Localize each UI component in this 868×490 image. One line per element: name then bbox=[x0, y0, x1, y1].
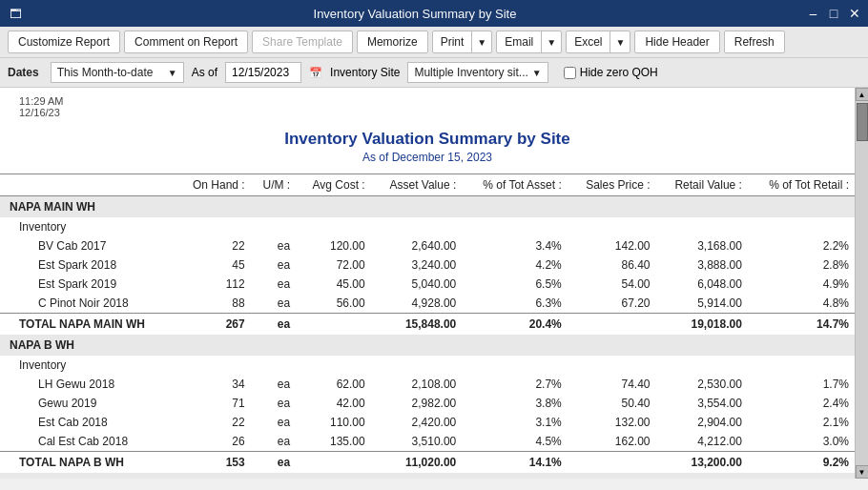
total-cell: ea bbox=[251, 314, 297, 336]
table-cell: 56.00 bbox=[296, 294, 370, 314]
period-select[interactable]: This Month-to-date ▼ bbox=[51, 62, 184, 83]
table-cell: 86.40 bbox=[568, 255, 656, 275]
col-header-um: U/M : bbox=[251, 174, 297, 196]
report-meta: 11:29 AM 12/16/23 bbox=[0, 88, 855, 120]
table-cell: 4.2% bbox=[462, 255, 567, 275]
calendar-icon[interactable]: 📅 bbox=[309, 67, 322, 79]
table-row: Est Cab 201822ea110.002,420.003.1%132.00… bbox=[0, 413, 855, 432]
table-cell: 162.00 bbox=[568, 432, 656, 452]
minimize-button[interactable]: ‒ bbox=[805, 6, 820, 21]
scroll-down-button[interactable]: ▼ bbox=[856, 465, 869, 479]
report-date: 12/16/23 bbox=[19, 107, 836, 118]
print-arrow-icon[interactable]: ▼ bbox=[472, 33, 491, 51]
excel-button[interactable]: Excel ▼ bbox=[566, 31, 630, 53]
excel-arrow-icon[interactable]: ▼ bbox=[610, 33, 630, 51]
table-cell: 2.8% bbox=[748, 255, 855, 275]
inventory-site-arrow-icon: ▼ bbox=[532, 68, 542, 78]
table-cell: 6,048.00 bbox=[656, 275, 748, 294]
table-cell: 34 bbox=[176, 375, 251, 394]
subsection-label: Inventory bbox=[0, 356, 855, 375]
table-cell: ea bbox=[251, 432, 297, 452]
hide-zero-qoh-checkbox[interactable] bbox=[564, 67, 576, 79]
table-cell: 3,240.00 bbox=[371, 255, 463, 275]
col-header-pct-tot-asset: % of Tot Asset : bbox=[462, 174, 567, 196]
section-header-row: NAPA C WH bbox=[0, 473, 855, 479]
memorize-button[interactable]: Memorize bbox=[357, 31, 428, 53]
table-cell: 142.00 bbox=[568, 236, 656, 255]
table-cell: 45.00 bbox=[296, 275, 370, 294]
table-cell: 6.5% bbox=[462, 275, 567, 294]
table-cell: 132.00 bbox=[568, 413, 656, 432]
scrollbar: ▲ ▼ bbox=[855, 88, 868, 479]
col-header-retail-value: Retail Value : bbox=[656, 174, 748, 196]
total-cell: 13,200.00 bbox=[656, 452, 748, 474]
share-template-button[interactable]: Share Template bbox=[252, 31, 353, 53]
total-row: TOTAL NAPA MAIN WH267ea15,848.0020.4%19,… bbox=[0, 314, 855, 336]
inventory-site-select[interactable]: Multiple Inventory sit... ▼ bbox=[407, 62, 548, 83]
toolbar: Customize Report Comment on Report Share… bbox=[0, 27, 868, 58]
report-table: On Hand : U/M : Avg Cost : Asset Value :… bbox=[0, 174, 855, 479]
customize-report-button[interactable]: Customize Report bbox=[8, 31, 120, 53]
table-cell: C Pinot Noir 2018 bbox=[0, 294, 176, 314]
col-header-on-hand: On Hand : bbox=[176, 174, 251, 196]
as-of-date-field[interactable]: 12/15/2023 bbox=[225, 62, 301, 83]
email-arrow-icon[interactable]: ▼ bbox=[542, 33, 561, 51]
total-cell bbox=[296, 452, 370, 474]
table-cell: 2.1% bbox=[748, 413, 855, 432]
table-cell: Gewu 2019 bbox=[0, 394, 176, 413]
table-cell: Est Spark 2019 bbox=[0, 275, 176, 294]
table-cell: 2,904.00 bbox=[656, 413, 748, 432]
table-cell: 3.4% bbox=[462, 236, 567, 255]
table-row: Est Spark 201845ea72.003,240.004.2%86.40… bbox=[0, 255, 855, 275]
print-button[interactable]: Print ▼ bbox=[432, 31, 493, 53]
total-cell: 19,018.00 bbox=[656, 314, 748, 336]
total-cell bbox=[568, 314, 656, 336]
hide-header-button[interactable]: Hide Header bbox=[634, 31, 719, 53]
report-time: 11:29 AM bbox=[19, 95, 836, 107]
refresh-button[interactable]: Refresh bbox=[724, 31, 785, 53]
table-cell: ea bbox=[251, 236, 297, 255]
as-of-label: As of bbox=[192, 66, 217, 79]
excel-label[interactable]: Excel bbox=[567, 31, 610, 52]
report-area: 11:29 AM 12/16/23 Inventory Valuation Su… bbox=[0, 88, 855, 479]
print-label[interactable]: Print bbox=[433, 31, 473, 52]
table-cell: 4.8% bbox=[748, 294, 855, 314]
close-button[interactable]: ✕ bbox=[847, 6, 862, 21]
table-cell: 6.3% bbox=[462, 294, 567, 314]
table-cell: 4.9% bbox=[748, 275, 855, 294]
period-arrow-icon: ▼ bbox=[168, 68, 177, 78]
hide-zero-qoh-label: Hide zero QOH bbox=[580, 66, 658, 79]
maximize-button[interactable]: □ bbox=[826, 6, 841, 21]
hide-zero-qoh-checkbox-area: Hide zero QOH bbox=[564, 66, 658, 79]
app-icon: 🗔 bbox=[6, 7, 25, 21]
total-cell: 20.4% bbox=[462, 314, 567, 336]
table-cell: 5,040.00 bbox=[371, 275, 463, 294]
table-cell: 120.00 bbox=[296, 236, 370, 255]
table-cell: 2,982.00 bbox=[371, 394, 463, 413]
email-label[interactable]: Email bbox=[497, 31, 542, 52]
total-cell bbox=[296, 314, 370, 336]
table-row: Cal Est Cab 201826ea135.003,510.004.5%16… bbox=[0, 432, 855, 452]
column-header-row: On Hand : U/M : Avg Cost : Asset Value :… bbox=[0, 174, 855, 196]
comment-on-report-button[interactable]: Comment on Report bbox=[124, 31, 248, 53]
table-cell: 45 bbox=[176, 255, 251, 275]
table-cell: BV Cab 2017 bbox=[0, 236, 176, 255]
col-header-avg-cost: Avg Cost : bbox=[296, 174, 370, 196]
email-button[interactable]: Email ▼ bbox=[496, 31, 562, 53]
table-cell: 67.20 bbox=[568, 294, 656, 314]
table-cell: 2.7% bbox=[462, 375, 567, 394]
table-cell: Est Spark 2018 bbox=[0, 255, 176, 275]
col-header-pct-tot-retail: % of Tot Retail : bbox=[748, 174, 855, 196]
dates-bar: Dates This Month-to-date ▼ As of 12/15/2… bbox=[0, 58, 868, 88]
table-cell: 2.2% bbox=[748, 236, 855, 255]
table-cell: 3,510.00 bbox=[371, 432, 463, 452]
table-cell: ea bbox=[251, 394, 297, 413]
table-cell: Est Cab 2018 bbox=[0, 413, 176, 432]
table-cell: 112 bbox=[176, 275, 251, 294]
table-cell: 50.40 bbox=[568, 394, 656, 413]
table-cell: 71 bbox=[176, 394, 251, 413]
total-cell: 11,020.00 bbox=[371, 452, 463, 474]
as-of-date-value: 12/15/2023 bbox=[232, 66, 289, 79]
scroll-thumb[interactable] bbox=[857, 103, 868, 141]
scroll-up-button[interactable]: ▲ bbox=[856, 88, 869, 101]
